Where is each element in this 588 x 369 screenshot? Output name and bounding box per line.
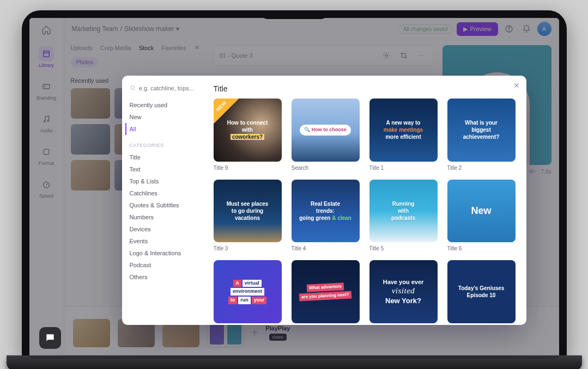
template-card[interactable]: Have you evervisitedNew York? [369,260,438,323]
template-card[interactable]: New Title 6 [447,180,516,252]
search-icon [130,84,136,91]
filter-recently-used[interactable]: Recently used [130,99,202,111]
cat-events[interactable]: Events [130,235,202,247]
app-screen: Library Branding Audio Format Speed [29,18,559,359]
cat-title[interactable]: Title [130,151,202,163]
template-card[interactable]: A new way tomake meetingsmore efficient … [369,99,438,171]
template-card[interactable]: What is yourbiggestachievement? Title 2 [447,99,516,171]
modal-grid-wrap: Title NEW How to connectwithcoworkers? T… [209,76,526,325]
filter-all[interactable]: All [125,123,202,135]
cat-quotes[interactable]: Quotes & Subtitles [130,199,202,211]
laptop-notch [262,10,327,19]
template-card[interactable]: 🔍 How to choose Search [292,99,360,171]
cat-logo[interactable]: Logo & Interactions [130,247,202,259]
template-grid: NEW How to connectwithcoworkers? Title 9… [214,99,516,323]
card-caption: Title 9 [214,165,282,171]
card-caption: Title 5 [369,245,438,251]
cat-others[interactable]: Others [130,271,202,283]
template-card[interactable]: Must see placesto go duringvacations Tit… [214,180,282,252]
template-modal: ✕ Recently used New All CATEGORIES Title… [122,76,526,325]
card-caption: Title 6 [447,245,516,251]
cat-podcast[interactable]: Podcast [130,259,202,271]
chat-fab[interactable] [39,327,61,349]
filter-new[interactable]: New [130,111,202,123]
cat-numbers[interactable]: Numbers [130,211,202,223]
categories-header: CATEGORIES [130,143,202,148]
search-input[interactable] [130,84,202,91]
card-caption: Title 2 [447,165,516,171]
laptop-frame: Library Branding Audio Format Speed [22,10,567,359]
template-card[interactable]: Real Estatetrends:going green & clean Ti… [292,180,360,252]
card-caption: Title 3 [214,245,282,251]
cat-catchlines[interactable]: Catchlines [130,187,202,199]
close-icon[interactable]: ✕ [513,81,520,90]
template-card[interactable]: Avirtual environment torunyour [214,260,282,323]
cat-top-lists[interactable]: Top & Lists [130,175,202,187]
card-caption: Title 4 [292,245,360,251]
search-field[interactable] [139,85,202,91]
template-card[interactable]: What adventureare you planning next? [292,260,360,323]
modal-title: Title [214,84,516,93]
template-card[interactable]: Runningwithpodcasts Title 5 [369,180,438,252]
cat-devices[interactable]: Devices [130,223,202,235]
template-card[interactable]: NEW How to connectwithcoworkers? Title 9 [214,99,282,171]
card-caption: Search [292,165,360,171]
card-caption: Title 1 [369,165,438,171]
modal-sidebar: Recently used New All CATEGORIES Title T… [122,76,209,325]
svg-point-10 [130,86,134,90]
template-card[interactable]: Today's GeniusesEpisode 10 [447,260,516,323]
cat-text[interactable]: Text [130,163,202,175]
